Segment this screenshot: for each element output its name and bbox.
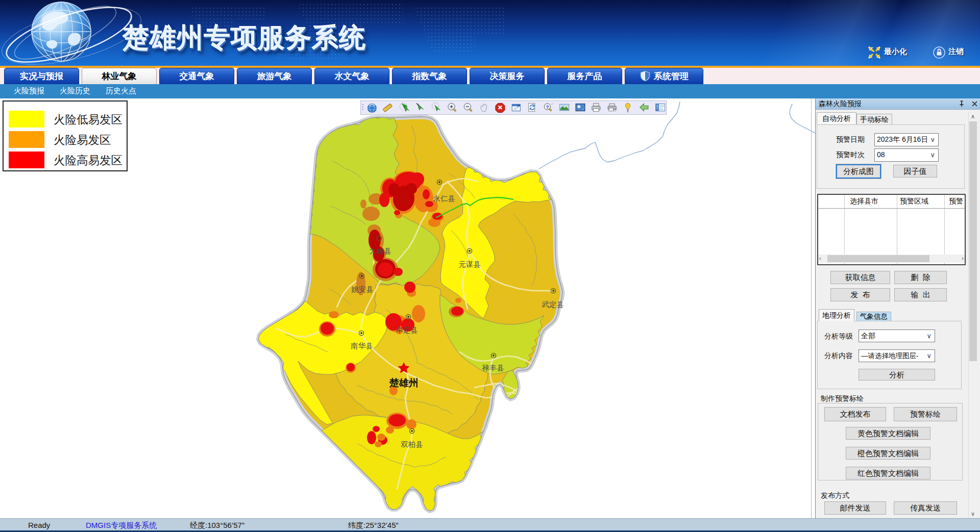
svg-text:禄丰县: 禄丰县 — [482, 364, 504, 372]
svg-text:大姚县: 大姚县 — [369, 247, 391, 255]
svg-text:牟定县: 牟定县 — [396, 326, 418, 334]
svg-text:姚安县: 姚安县 — [351, 285, 374, 293]
svg-text:双柏县: 双柏县 — [401, 440, 423, 448]
svg-text:元谋县: 元谋县 — [458, 260, 481, 268]
svg-text:?: ? — [546, 104, 549, 110]
svg-text:南华县: 南华县 — [351, 342, 373, 350]
svg-text:永仁县: 永仁县 — [433, 194, 455, 202]
svg-text:楚雄州: 楚雄州 — [389, 377, 419, 388]
svg-text:武定县: 武定县 — [542, 300, 564, 309]
